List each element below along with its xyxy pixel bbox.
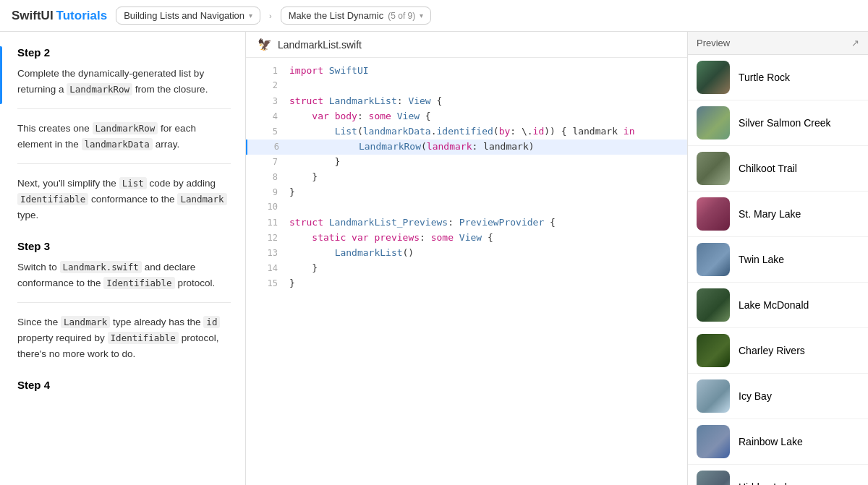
preview-list-item[interactable]: Twin Lake [688, 237, 868, 283]
nav-separator-arrow: › [269, 12, 272, 20]
preview-header: Preview ↗ [688, 32, 868, 55]
code-editor: 🦅 LandmarkList.swift 1import SwiftUI23st… [246, 32, 687, 485]
code-line: 7 } [246, 155, 687, 170]
line-number: 2 [258, 79, 278, 93]
landmark-name: Silver Salmon Creek [739, 117, 831, 129]
code-line: 13 LandmarkList() [246, 246, 687, 261]
line-number: 13 [258, 246, 278, 260]
code-line: 10 [246, 200, 687, 215]
preview-list-item[interactable]: Lake McDonald [688, 283, 868, 328]
line-number: 5 [258, 125, 278, 139]
line-content: } [289, 276, 295, 291]
step-3-code3: Landmark [61, 316, 110, 328]
file-name: LandmarkList.swift [278, 39, 362, 51]
step-3-divider1 [17, 302, 231, 303]
line-number: 4 [258, 110, 278, 124]
preview-expand-icon[interactable]: ↗ [851, 38, 859, 48]
line-number: 6 [259, 140, 279, 154]
landmark-thumbnail [697, 61, 730, 94]
step-2-code5: Identifiable [17, 193, 88, 205]
preview-list-item[interactable]: St. Mary Lake [688, 192, 868, 237]
code-line: 4 var body: some View { [246, 109, 687, 124]
code-line: 15} [246, 276, 687, 291]
nav-chapter-pill[interactable]: Building Lists and Navigation ▾ [116, 7, 260, 25]
step-3-title: Step 3 [17, 240, 231, 252]
code-line: 2 [246, 79, 687, 94]
preview-list-item[interactable]: Hidden Lake [688, 465, 868, 485]
landmark-name: Turtle Rock [739, 72, 790, 83]
line-content: LandmarkRow(landmark: landmark) [291, 140, 535, 155]
code-line: 9} [246, 185, 687, 200]
preview-list-item[interactable]: Charley Rivers [688, 328, 868, 374]
step-2-text-para3: Next, you'll simplify the List code by a… [17, 176, 231, 223]
landmark-thumbnail [697, 152, 730, 185]
line-number: 15 [258, 277, 278, 291]
preview-list-item[interactable]: Rainbow Lake [688, 419, 868, 465]
code-line: 6 LandmarkRow(landmark: landmark) [246, 140, 687, 155]
chapter-label: Building Lists and Navigation [124, 10, 244, 21]
preview-title: Preview [697, 38, 730, 48]
landmark-thumbnail [697, 288, 730, 322]
line-number: 3 [258, 95, 278, 108]
code-line: 12 static var previews: some View { [246, 231, 687, 246]
active-step-indicator [0, 46, 2, 104]
line-content: } [289, 170, 318, 185]
landmark-thumbnail [697, 425, 730, 458]
line-content: struct LandmarkList: View { [289, 94, 442, 109]
line-content: } [289, 185, 295, 200]
brand-logo[interactable]: SwiftUI Tutorials [12, 9, 107, 23]
step-2-title: Step 2 [17, 46, 231, 59]
chapter-chevron: ▾ [249, 12, 252, 20]
landmark-name: Chilkoot Trail [739, 163, 797, 174]
preview-list-item[interactable]: Silver Salmon Creek [688, 100, 868, 146]
step-3-code2: Identifiable [103, 277, 174, 289]
step-2-code4: List [119, 177, 147, 189]
step-chevron: ▾ [420, 12, 423, 20]
step-2-code2: LandmarkRow [93, 122, 158, 134]
line-content: } [289, 261, 318, 276]
step-label: Make the List Dynamic [289, 10, 384, 21]
code-content[interactable]: 1import SwiftUI23struct LandmarkList: Vi… [246, 58, 687, 485]
main-layout: Step 2 Complete the dynamically-generate… [0, 32, 868, 485]
swift-file-icon: 🦅 [258, 38, 272, 51]
step-2-text-para1: Complete the dynamically-generated list … [17, 66, 231, 97]
brand-ui: Tutorials [56, 9, 108, 23]
step-2-divider2 [17, 163, 231, 164]
line-number: 10 [258, 200, 278, 214]
code-line: 1import SwiftUI [246, 64, 687, 79]
line-content: static var previews: some View { [289, 231, 493, 246]
landmark-thumbnail [697, 106, 730, 140]
landmark-name: Twin Lake [739, 254, 784, 265]
landmark-name: Hidden Lake [739, 481, 796, 485]
landmark-thumbnail [697, 379, 730, 413]
nav-step-pill[interactable]: Make the List Dynamic (5 of 9) ▾ [281, 7, 432, 25]
step-4-title: Step 4 [17, 379, 231, 391]
code-line: 5 List(landmarkData.identified(by: \.id)… [246, 124, 687, 140]
line-number: 11 [258, 216, 278, 230]
preview-list-item[interactable]: Turtle Rock [688, 55, 868, 100]
code-file-header: 🦅 LandmarkList.swift [246, 32, 687, 58]
step-3-code1: Landmark.swift [60, 261, 142, 273]
landmark-name: Lake McDonald [739, 299, 809, 311]
line-number: 8 [258, 171, 278, 184]
line-number: 1 [258, 64, 278, 78]
preview-list-item[interactable]: Chilkoot Trail [688, 146, 868, 192]
line-content: LandmarkList() [289, 246, 414, 261]
step-3-code5: Identifiable [108, 332, 179, 344]
code-line: 8 } [246, 170, 687, 185]
preview-list-item[interactable]: Icy Bay [688, 374, 868, 419]
preview-panel: Preview ↗ Turtle RockSilver Salmon Creek… [687, 32, 868, 485]
line-number: 9 [258, 186, 278, 199]
code-line: 14 } [246, 261, 687, 276]
line-content: var body: some View { [289, 109, 431, 124]
step-2-text-para2: This creates one LandmarkRow for each el… [17, 121, 231, 152]
preview-list: Turtle RockSilver Salmon CreekChilkoot T… [688, 55, 868, 485]
line-content: } [289, 155, 340, 170]
step-2-code1: LandmarkRow [67, 83, 132, 95]
line-content: import SwiftUI [289, 64, 369, 79]
line-number: 14 [258, 262, 278, 275]
step-3-code4: id [203, 316, 220, 328]
landmark-name: Rainbow Lake [739, 436, 803, 447]
step-2-section: Step 2 Complete the dynamically-generate… [17, 46, 231, 223]
step-count: (5 of 9) [388, 11, 415, 21]
